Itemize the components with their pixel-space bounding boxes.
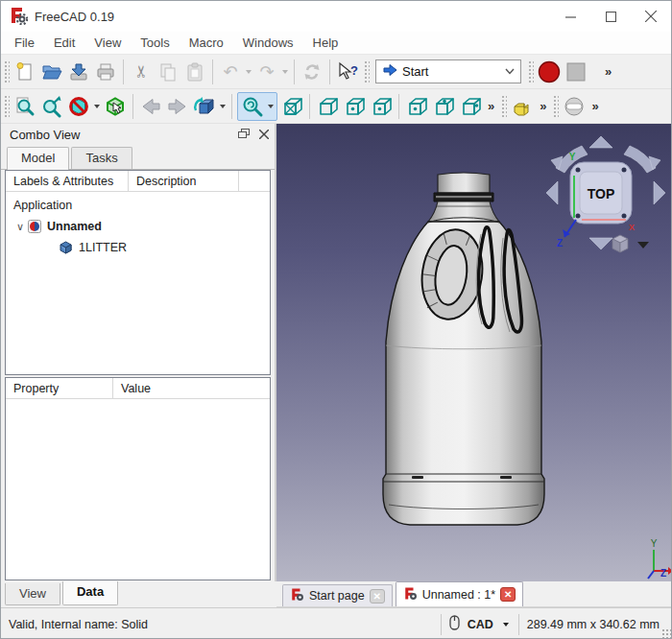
freecad-window: FreeCAD 0.19 File Edit View Tools Macro … xyxy=(0,0,672,639)
undo-icon: ↶ xyxy=(223,63,237,81)
menu-item-help[interactable]: Help xyxy=(303,33,348,53)
svg-text:?: ? xyxy=(350,63,358,78)
tab-data[interactable]: Data xyxy=(62,581,118,605)
axis-indicator: Y Z xyxy=(642,538,672,581)
record-icon xyxy=(537,59,562,84)
minimize-button[interactable] xyxy=(550,1,590,32)
navcube-menu-cube-icon[interactable] xyxy=(612,235,628,252)
resize-grip[interactable] xyxy=(661,628,671,638)
tab-view[interactable]: View xyxy=(5,583,60,605)
axis-y-label: Y xyxy=(651,538,658,549)
rear-view-cube-icon xyxy=(405,95,428,118)
toolbar-overflow-button[interactable]: » xyxy=(601,64,615,79)
front-view-button[interactable] xyxy=(314,93,341,120)
toolbar-grip[interactable] xyxy=(3,59,10,84)
bottom-view-cube-icon xyxy=(432,95,455,118)
draw-style-button[interactable] xyxy=(561,93,588,120)
menu-item-view[interactable]: View xyxy=(84,33,131,53)
close-panel-icon[interactable] xyxy=(259,128,269,142)
separator xyxy=(329,59,330,84)
zoom-selection-button[interactable] xyxy=(38,93,65,120)
navigation-cube[interactable]: Y X Z TOP xyxy=(543,133,668,258)
fit-document-button[interactable] xyxy=(12,93,38,120)
column-value[interactable]: Value xyxy=(113,378,270,398)
view-toolbar-overflow[interactable]: » xyxy=(484,99,498,113)
save-button[interactable] xyxy=(65,59,92,85)
separator xyxy=(441,614,442,635)
undo-dropdown[interactable] xyxy=(246,70,252,74)
zoom-arrow-icon xyxy=(40,95,63,118)
home-view-dropdown[interactable] xyxy=(220,105,226,108)
whats-this-button[interactable]: ? xyxy=(334,59,361,85)
part-toolbar-overflow[interactable]: » xyxy=(536,99,550,113)
print-button[interactable] xyxy=(92,59,119,85)
drawstyle-toolbar-overflow[interactable]: » xyxy=(588,99,602,113)
box-selection-button[interactable] xyxy=(102,93,129,120)
close-button[interactable] xyxy=(631,1,671,32)
right-view-button[interactable] xyxy=(368,93,395,120)
right-view-cube-icon xyxy=(370,95,393,118)
bottle-model[interactable] xyxy=(377,167,550,533)
menu-item-edit[interactable]: Edit xyxy=(44,33,84,53)
menu-item-macro[interactable]: Macro xyxy=(180,33,233,53)
tab-label: Start page xyxy=(309,589,365,603)
tab-unnamed-document[interactable]: Unnamed : 1* ✕ xyxy=(396,581,523,606)
redo-dropdown[interactable] xyxy=(282,70,288,74)
tab-close-icon[interactable]: ✕ xyxy=(370,589,385,604)
toolbar-grip[interactable] xyxy=(363,59,370,84)
menu-item-file[interactable]: File xyxy=(5,33,44,53)
menu-item-windows[interactable]: Windows xyxy=(233,33,303,53)
tree-item-document[interactable]: ∨ Unnamed xyxy=(6,216,270,237)
clipping-dropdown[interactable] xyxy=(94,105,100,108)
macro-record-button[interactable] xyxy=(536,59,563,85)
separator xyxy=(518,614,519,635)
nav-style-selector[interactable]: CAD xyxy=(468,618,493,631)
fit-all-dropdown[interactable] xyxy=(268,105,274,108)
navcube-right-arrow xyxy=(654,181,665,204)
tab-model[interactable]: Model xyxy=(7,147,69,170)
column-labels-attributes[interactable]: Labels & Attributes xyxy=(6,171,129,191)
part-workbench-button[interactable] xyxy=(509,93,536,120)
rear-view-button[interactable] xyxy=(403,93,430,120)
macro-stop-button[interactable] xyxy=(563,59,589,85)
tab-close-icon[interactable]: ✕ xyxy=(500,587,516,602)
expander-chevron-icon[interactable]: ∨ xyxy=(13,221,27,233)
paste-icon xyxy=(183,60,206,83)
toolbar-grip[interactable] xyxy=(552,94,559,119)
bottom-view-button[interactable] xyxy=(430,93,457,120)
redo-button[interactable]: ↷ xyxy=(253,59,280,85)
refresh-button[interactable] xyxy=(299,59,325,85)
axonometric-view-button[interactable] xyxy=(278,93,305,120)
cut-button[interactable]: ✂ xyxy=(128,59,155,85)
clipping-plane-button[interactable] xyxy=(65,93,92,120)
navcube-menu-dropdown[interactable] xyxy=(637,242,649,248)
workbench-selector[interactable]: Start xyxy=(375,59,521,83)
nav-style-dropdown[interactable] xyxy=(503,623,509,627)
3d-viewport[interactable]: Y X Z TOP Y Z xyxy=(276,124,672,581)
fit-all-button[interactable] xyxy=(239,93,266,120)
tree-root-application[interactable]: Application xyxy=(6,195,270,216)
undo-button[interactable]: ↶ xyxy=(217,59,244,85)
maximize-button[interactable] xyxy=(590,1,631,32)
copy-button[interactable] xyxy=(155,59,181,85)
home-view-button[interactable] xyxy=(191,93,218,120)
tab-start-page[interactable]: Start page ✕ xyxy=(282,584,393,606)
toolbar-grip[interactable] xyxy=(527,59,534,84)
menu-item-tools[interactable]: Tools xyxy=(131,33,179,53)
tab-tasks[interactable]: Tasks xyxy=(71,147,132,169)
toolbar-grip[interactable] xyxy=(500,94,507,119)
new-document-button[interactable] xyxy=(12,59,38,85)
nav-forward-button[interactable] xyxy=(164,93,191,120)
column-description[interactable]: Description xyxy=(129,171,239,191)
left-view-button[interactable] xyxy=(457,93,484,120)
navcube-x-label: X xyxy=(629,223,635,232)
tree-item-solid[interactable]: 1LITTER xyxy=(6,237,270,258)
nav-back-button[interactable] xyxy=(137,93,164,120)
paste-button[interactable] xyxy=(181,59,208,85)
open-document-button[interactable] xyxy=(38,59,65,85)
float-panel-icon[interactable] xyxy=(238,128,250,142)
toolbar-grip[interactable] xyxy=(3,94,10,119)
column-property[interactable]: Property xyxy=(6,378,113,398)
top-view-button[interactable] xyxy=(341,93,368,120)
viewport-dimensions: 289.49 mm x 340.62 mm xyxy=(527,618,660,631)
